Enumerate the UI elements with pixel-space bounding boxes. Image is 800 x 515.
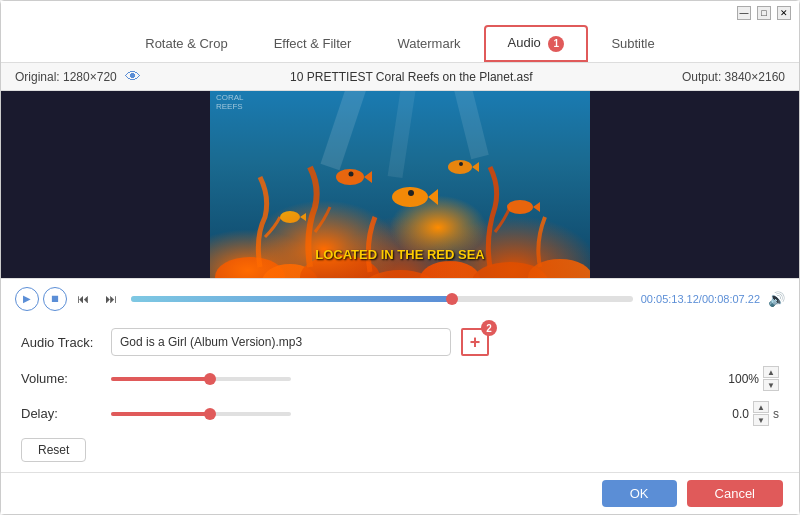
volume-up[interactable]: ▲ xyxy=(763,366,779,378)
reset-row: Reset xyxy=(21,436,779,462)
volume-thumb[interactable] xyxy=(204,373,216,385)
delay-up[interactable]: ▲ xyxy=(753,401,769,413)
volume-label: Volume: xyxy=(21,371,101,386)
tab-rotate[interactable]: Rotate & Crop xyxy=(122,27,250,60)
delay-value: 0.0 xyxy=(701,407,749,421)
audio-controls: Audio Track: God is a Girl (Album Versio… xyxy=(1,318,799,472)
video-filename: 10 PRETTIEST Coral Reefs on the Planet.a… xyxy=(141,70,682,84)
volume-down[interactable]: ▼ xyxy=(763,379,779,391)
delay-fill xyxy=(111,412,210,416)
prev-button[interactable]: ⏮ xyxy=(71,287,95,311)
original-info: Original: 1280×720 👁 xyxy=(15,68,141,86)
tab-subtitle[interactable]: Subtitle xyxy=(588,27,677,60)
maximize-button[interactable]: □ xyxy=(757,6,771,20)
audio-track-select[interactable]: God is a Girl (Album Version).mp3 xyxy=(111,328,451,356)
delay-spinners: ▲ ▼ xyxy=(753,401,769,426)
tab-audio[interactable]: Audio 1 xyxy=(484,25,589,62)
video-subtitle: LOCATED IN THE RED SEA xyxy=(315,247,485,262)
audio-track-row: Audio Track: God is a Girl (Album Versio… xyxy=(21,328,779,356)
minimize-button[interactable]: — xyxy=(737,6,751,20)
stop-button[interactable]: ⏹ xyxy=(43,287,67,311)
add-audio-button[interactable]: + 2 xyxy=(461,328,489,356)
playback-bar: ▶ ⏹ ⏮ ⏭ 00:05:13.12/00:08:07.22 🔊 xyxy=(1,278,799,318)
delay-slider[interactable] xyxy=(111,412,291,416)
cancel-button[interactable]: Cancel xyxy=(687,480,783,507)
reset-button[interactable]: Reset xyxy=(21,438,86,462)
coral-background: MOST CORAL REEFS LOCATED IN THE RED SEA xyxy=(210,91,590,278)
window-controls: — □ ✕ xyxy=(737,6,791,20)
progress-fill xyxy=(131,296,452,302)
video-watermark: MOST CORAL REEFS xyxy=(216,91,244,112)
volume-input-group: 100% ▲ ▼ xyxy=(711,366,779,391)
delay-unit: s xyxy=(773,407,779,421)
delay-row: Delay: 0.0 ▲ ▼ s xyxy=(21,401,779,426)
volume-spinners: ▲ ▼ xyxy=(763,366,779,391)
output-label: Output: 3840×2160 xyxy=(682,70,785,84)
title-bar: — □ ✕ xyxy=(1,1,799,25)
footer: OK Cancel xyxy=(1,472,799,514)
ok-button[interactable]: OK xyxy=(602,480,677,507)
progress-thumb[interactable] xyxy=(446,293,458,305)
next-button[interactable]: ⏭ xyxy=(99,287,123,311)
add-badge: 2 xyxy=(481,320,497,336)
play-controls: ▶ ⏹ ⏮ ⏭ xyxy=(15,287,123,311)
progress-bar[interactable] xyxy=(131,296,633,302)
volume-fill xyxy=(111,377,210,381)
volume-slider-container xyxy=(111,377,701,381)
tab-bar: Rotate & Crop Effect & Filter Watermark … xyxy=(1,25,799,63)
video-preview: MOST CORAL REEFS LOCATED IN THE RED SEA xyxy=(210,91,590,278)
delay-label: Delay: xyxy=(21,406,101,421)
volume-value: 100% xyxy=(711,372,759,386)
close-button[interactable]: ✕ xyxy=(777,6,791,20)
tab-effect[interactable]: Effect & Filter xyxy=(251,27,375,60)
eye-icon[interactable]: 👁 xyxy=(125,68,141,86)
delay-down[interactable]: ▼ xyxy=(753,414,769,426)
volume-icon[interactable]: 🔊 xyxy=(768,291,785,307)
delay-thumb[interactable] xyxy=(204,408,216,420)
main-window: — □ ✕ Rotate & Crop Effect & Filter Wate… xyxy=(0,0,800,515)
delay-slider-container xyxy=(111,412,691,416)
video-info-bar: Original: 1280×720 👁 10 PRETTIEST Coral … xyxy=(1,63,799,91)
delay-input-group: 0.0 ▲ ▼ s xyxy=(701,401,779,426)
original-label: Original: 1280×720 xyxy=(15,70,117,84)
volume-slider[interactable] xyxy=(111,377,291,381)
audio-track-label: Audio Track: xyxy=(21,335,101,350)
volume-row: Volume: 100% ▲ ▼ xyxy=(21,366,779,391)
tab-watermark[interactable]: Watermark xyxy=(374,27,483,60)
video-container: MOST CORAL REEFS LOCATED IN THE RED SEA xyxy=(1,91,799,278)
time-display: 00:05:13.12/00:08:07.22 xyxy=(641,293,760,305)
audio-tab-badge: 1 xyxy=(548,36,564,52)
play-button[interactable]: ▶ xyxy=(15,287,39,311)
